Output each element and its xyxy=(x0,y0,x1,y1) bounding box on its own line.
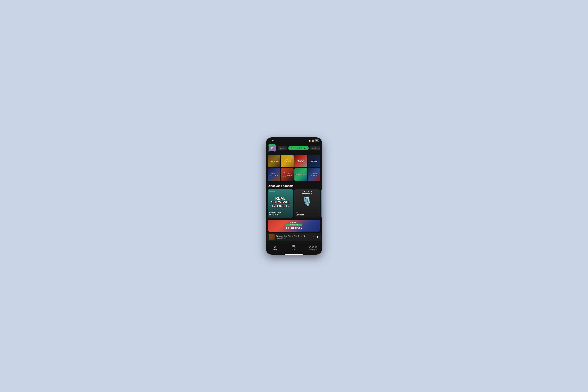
status-bar: 11:01 📶 73 % xyxy=(266,137,322,143)
nav-library-label: Your Library xyxy=(309,249,317,250)
bottom-banner: The Rest is POLITICS LEADING xyxy=(268,220,320,232)
card-episodes-label: Episodes youmight like xyxy=(269,211,282,216)
nav-search[interactable]: 🔍 Search xyxy=(284,245,304,250)
battery-indicator: 73 % xyxy=(315,140,319,142)
tab-audiobooks[interactable]: Audiobooks xyxy=(310,146,320,150)
now-playing-thumbnail: ♪ xyxy=(269,234,275,240)
podcast-kermode-mayo[interactable]: KERMODE & MAYO'S TAKE xyxy=(268,168,280,181)
discover-scroll-area[interactable]: NOISER REALSURVIVALSTORIES Episodes youm… xyxy=(266,189,322,218)
podcast-this-is-history[interactable]: THIS IS HISTORY xyxy=(268,155,280,168)
banner-big-text: LEADING xyxy=(286,226,302,230)
home-icon: ⌂ xyxy=(274,245,276,248)
discover-card-rest-is-mono[interactable]: INGER THE RESTIS MONO Popular withlisten… xyxy=(321,189,322,218)
now-playing-controls: 📱 ⏸ xyxy=(312,236,319,239)
nav-search-label: Search xyxy=(292,249,296,250)
app-header: P Music Podcasts & Shows Audiobooks xyxy=(266,143,322,154)
now-playing-info: Prologue: One Ring to Rule Them All Howa… xyxy=(276,235,311,239)
nav-library[interactable]: ▩▩▩ Your Library xyxy=(304,245,322,250)
signal-icon xyxy=(308,140,310,142)
progress-bar[interactable] xyxy=(267,242,321,242)
joe-rogan-icon: 🎙️ xyxy=(302,196,312,206)
discover-card-joe-rogan[interactable]: 🎙️ TopEpisodes JOE ROGANEXPERIENCE xyxy=(294,189,320,218)
pause-button[interactable]: ⏸ xyxy=(316,236,319,239)
podcast-news-agents[interactable]: THE NEWS AGENTS xyxy=(294,168,307,181)
now-playing-artist: Howard Shore xyxy=(276,237,311,239)
now-playing-bar[interactable]: ♪ Prologue: One Ring to Rule Them All Ho… xyxy=(267,233,321,242)
podcast-dan-snow[interactable]: DAN SNOW'S HISTORY HIT xyxy=(308,168,320,181)
new-episode-dot xyxy=(292,156,293,157)
tab-podcasts-shows[interactable]: Podcasts & Shows xyxy=(288,146,309,150)
signal-bar-2 xyxy=(309,141,309,142)
card-noiser-label: NOISER xyxy=(269,191,275,192)
progress-fill xyxy=(267,242,283,242)
section-title-discover: Discover podcasts xyxy=(266,182,322,189)
phone-container: 11:01 📶 73 % P Music Podcasts & Shows xyxy=(266,137,322,255)
tab-music[interactable]: Music xyxy=(278,146,287,150)
wifi-icon: 📶 xyxy=(312,140,314,142)
podcast-grid: THIS IS HISTORY BBC IN OUR TIME Radio 4 … xyxy=(266,154,322,182)
connect-device-icon[interactable]: 📱 xyxy=(312,236,315,238)
nav-home-label: Home xyxy=(273,249,277,250)
now-playing-title: Prologue: One Ring to Rule Them All xyxy=(276,235,311,237)
banner-line2: is POLITICS xyxy=(286,224,302,226)
nav-home[interactable]: ⌂ Home xyxy=(266,245,284,250)
bottom-navigation: ⌂ Home 🔍 Search ▩▩▩ Your Library xyxy=(266,243,322,254)
search-icon: 🔍 xyxy=(292,245,296,248)
podcast-the-leading[interactable]: The RestIs Politics THE LEADING xyxy=(281,168,294,181)
signal-bar-4 xyxy=(310,140,310,142)
banner-line1: The Rest xyxy=(286,221,302,224)
status-icons: 📶 73 % xyxy=(308,140,319,142)
signal-bar-1 xyxy=(308,141,308,142)
podcast-in-our-time[interactable]: BBC IN OUR TIME Radio 4 xyxy=(281,155,294,168)
battery-level: 73 xyxy=(315,140,317,142)
filter-tab-bar: Music Podcasts & Shows Audiobooks xyxy=(278,146,320,150)
avatar-wrapper[interactable]: P xyxy=(268,144,276,152)
library-icon: ▩▩▩ xyxy=(308,245,318,248)
home-indicator xyxy=(285,254,303,255)
battery-unit: % xyxy=(317,140,318,142)
discover-card-real-survival[interactable]: NOISER REALSURVIVALSTORIES Episodes youm… xyxy=(268,189,293,218)
signal-bar-3 xyxy=(310,140,310,142)
card-top-episodes-label: TopEpisodes xyxy=(296,211,304,216)
podcast-rest-is-history[interactable]: THE REST IS HISTORY xyxy=(294,155,307,168)
status-time: 11:01 xyxy=(269,140,275,142)
podcast-the-trial[interactable]: THE TRIAL xyxy=(308,155,320,168)
user-avatar[interactable]: P xyxy=(269,145,275,151)
